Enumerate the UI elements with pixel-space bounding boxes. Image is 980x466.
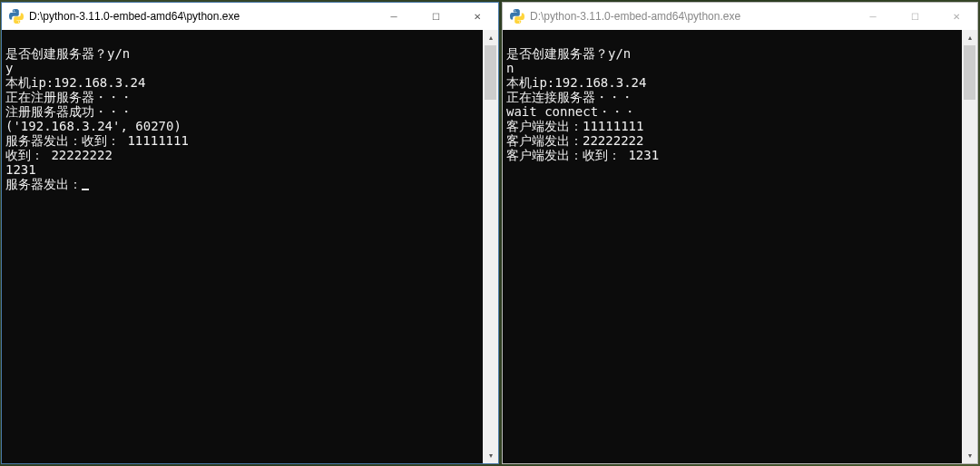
console-line: 本机ip:192.168.3.24 [5,75,145,90]
console-line: 客户端发出：22222222 [506,133,643,148]
console-line: 客户端发出：11111111 [506,119,643,133]
python-icon [9,9,24,24]
vertical-scrollbar[interactable]: ▴ ▾ [962,30,977,463]
console-line: 注册服务器成功・・・ [5,104,132,119]
console-line: n [506,61,514,75]
titlebar[interactable]: D:\python-3.11.0-embed-amd64\python.exe … [503,3,977,30]
console-window-server: D:\python-3.11.0-embed-amd64\python.exe … [1,2,499,464]
scroll-track[interactable] [962,45,977,448]
console-output[interactable]: 是否创建服务器？y/n n 本机ip:192.168.3.24 正在连接服务器・… [503,30,977,463]
desktop: D:\python-3.11.0-embed-amd64\python.exe … [0,0,980,466]
console-line: wait connect・・・ [506,104,636,119]
console-line: y [5,61,13,75]
console-line: ('192.168.3.24', 60270) [5,119,181,133]
text-cursor [82,189,89,190]
console-output[interactable]: 是否创建服务器？y/n y 本机ip:192.168.3.24 正在注册服务器・… [2,30,498,463]
titlebar[interactable]: D:\python-3.11.0-embed-amd64\python.exe … [2,3,498,30]
console-line: 客户端发出：收到： 1231 [506,148,659,162]
close-button[interactable]: ✕ [456,3,498,30]
console-line: 服务器发出： [5,177,82,191]
minimize-button[interactable]: ─ [852,3,894,30]
console-line: 正在连接服务器・・・ [506,90,633,104]
maximize-button[interactable]: ☐ [894,3,936,30]
scroll-down-icon[interactable]: ▾ [483,448,498,463]
console-line: 本机ip:192.168.3.24 [506,75,646,90]
console-line: 服务器发出：收到： 11111111 [5,133,189,148]
scroll-thumb[interactable] [964,45,975,100]
console-line: 收到： 22222222 [5,148,113,162]
scroll-track[interactable] [483,45,498,448]
console-line: 是否创建服务器？y/n [506,46,631,61]
scroll-up-icon[interactable]: ▴ [483,30,498,45]
maximize-button[interactable]: ☐ [415,3,456,30]
console-line: 1231 [5,162,36,177]
window-title: D:\python-3.11.0-embed-amd64\python.exe [29,10,373,23]
window-title: D:\python-3.11.0-embed-amd64\python.exe [530,10,852,23]
console-line: 是否创建服务器？y/n [5,46,130,61]
scroll-down-icon[interactable]: ▾ [962,448,977,463]
console-line: 正在注册服务器・・・ [5,90,132,104]
window-controls: ─ ☐ ✕ [373,3,498,30]
python-icon [510,9,524,24]
minimize-button[interactable]: ─ [373,3,415,30]
window-controls: ─ ☐ ✕ [852,3,977,30]
close-button[interactable]: ✕ [936,3,977,30]
scroll-up-icon[interactable]: ▴ [962,30,977,45]
vertical-scrollbar[interactable]: ▴ ▾ [483,30,498,463]
console-window-client: D:\python-3.11.0-embed-amd64\python.exe … [502,2,978,464]
scroll-thumb[interactable] [485,45,496,100]
